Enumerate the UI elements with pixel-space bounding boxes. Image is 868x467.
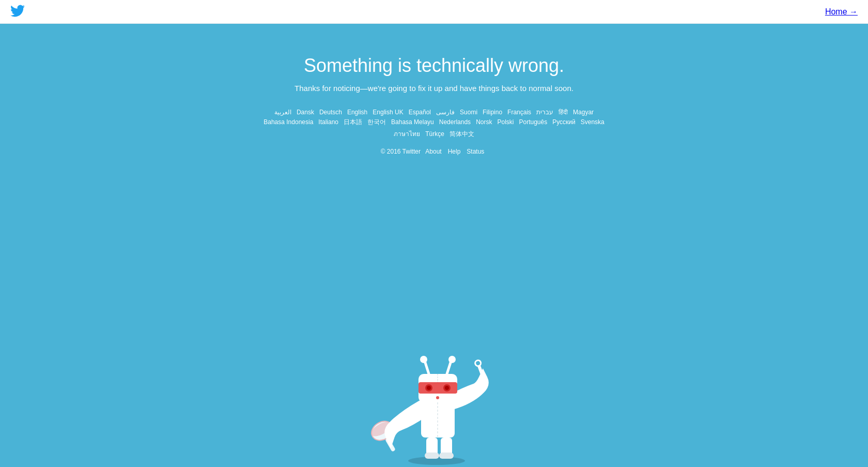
svg-point-17 [436, 396, 439, 399]
svg-rect-12 [419, 382, 457, 394]
language-link[interactable]: Français [507, 109, 531, 116]
language-link[interactable]: Dansk [297, 109, 314, 116]
svg-point-14 [427, 386, 431, 390]
robot-illustration [341, 322, 527, 467]
language-link[interactable]: Polski [497, 118, 514, 126]
home-link[interactable]: Home → [825, 7, 858, 16]
language-link[interactable]: Português [519, 118, 547, 126]
main-content: Something is technically wrong. Thanks f… [0, 24, 868, 467]
svg-point-20 [420, 356, 427, 363]
language-link[interactable]: العربية [274, 109, 291, 116]
language-link[interactable]: Deutsch [319, 109, 342, 116]
error-subtitle: Thanks for noticing—we're going to fix i… [295, 84, 574, 93]
copyright-text: © 2016 Twitter [381, 148, 423, 155]
svg-rect-26 [439, 453, 454, 459]
footer-link-help[interactable]: Help [448, 148, 461, 155]
language-link[interactable]: Filipino [483, 109, 502, 116]
language-link[interactable]: Bahasa Indonesia [264, 118, 313, 126]
language-link[interactable]: English [347, 109, 367, 116]
header-nav: Home → [825, 7, 858, 17]
footer-link-status[interactable]: Status [467, 148, 484, 155]
language-link[interactable]: 한국어 [367, 118, 386, 127]
footer-link-about[interactable]: About [425, 148, 441, 155]
language-link[interactable]: 日本語 [344, 118, 362, 127]
language-link[interactable]: Magyar [573, 109, 594, 116]
language-link[interactable]: Türkçe [425, 130, 444, 138]
svg-rect-25 [425, 453, 439, 459]
language-link[interactable]: English UK [373, 109, 403, 116]
language-link[interactable]: Svenska [581, 118, 605, 126]
language-link[interactable]: فارسی [436, 109, 455, 116]
language-link[interactable]: Suomi [460, 109, 477, 116]
svg-point-16 [445, 386, 449, 390]
language-link[interactable]: עברית [536, 109, 553, 116]
svg-line-19 [425, 361, 429, 374]
language-link[interactable]: Nederlands [439, 118, 471, 126]
language-link[interactable]: Norsk [476, 118, 492, 126]
header: Home → [0, 0, 868, 24]
twitter-logo[interactable] [10, 4, 25, 20]
language-links: العربيةDanskDeutschEnglishEnglish UKEspa… [253, 107, 615, 140]
error-title: Something is technically wrong. [304, 55, 564, 77]
language-link[interactable]: Italiano [318, 118, 338, 126]
language-link[interactable]: Español [409, 109, 431, 116]
language-link[interactable]: 简体中文 [450, 130, 474, 139]
svg-line-21 [447, 361, 451, 374]
svg-point-22 [448, 356, 456, 363]
language-link[interactable]: ภาษาไทย [394, 129, 420, 139]
language-link[interactable]: Bahasa Melayu [391, 118, 434, 126]
footer-links: © 2016 Twitter AboutHelpStatus [381, 148, 488, 155]
language-link[interactable]: Русский [552, 118, 576, 126]
language-link[interactable]: हिंदी [559, 109, 568, 116]
